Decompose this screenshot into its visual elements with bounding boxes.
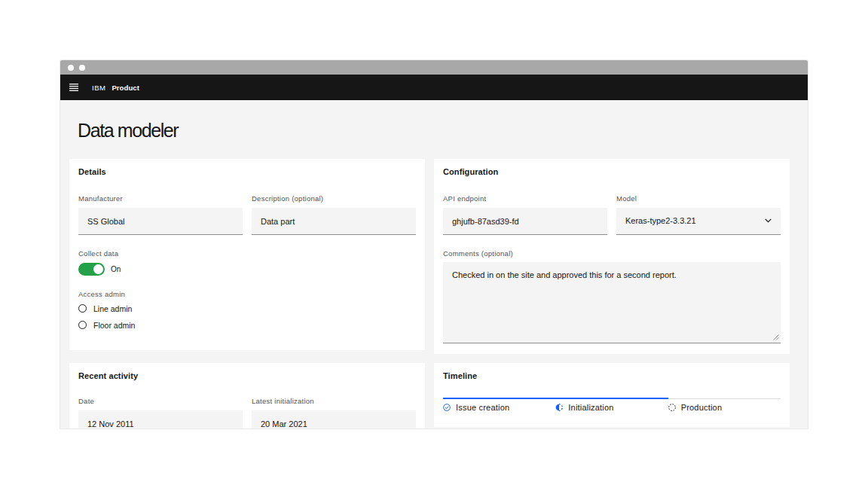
recent-activity-card: Recent activity Date 12 Nov 2011 Latest … xyxy=(69,363,425,429)
header-app-name[interactable]: IBMProduct xyxy=(92,84,139,92)
radio-label: Line admin xyxy=(93,304,132,313)
collect-data-label: Collect data xyxy=(78,250,416,258)
progress-step-label: Initialization xyxy=(568,403,613,412)
checkmark-outline-icon xyxy=(443,404,451,411)
api-endpoint-label: API endpoint xyxy=(443,195,607,203)
latest-initialization-field: Latest initialization 20 Mar 2021 xyxy=(252,398,416,429)
window-titlebar xyxy=(60,60,808,75)
cards-grid: Details Manufacturer SS Global Descripti… xyxy=(69,159,790,429)
details-card: Details Manufacturer SS Global Descripti… xyxy=(69,159,425,350)
configuration-card-title: Configuration xyxy=(443,168,781,176)
page-title: Data modeler xyxy=(78,121,790,140)
radio-option-floor-admin[interactable]: Floor admin xyxy=(78,317,416,334)
comments-label: Comments (optional) xyxy=(443,250,781,258)
progress-bar-segment xyxy=(443,398,555,399)
api-endpoint-input[interactable]: ghjufb-87asd39-fd xyxy=(443,208,607,235)
description-input[interactable]: Data part xyxy=(252,208,416,235)
window-control-dot-2[interactable] xyxy=(79,65,85,71)
radio-button-icon[interactable] xyxy=(78,321,87,329)
comments-textarea[interactable]: Checked in on the site and approved this… xyxy=(443,262,781,343)
resize-grip-icon[interactable] xyxy=(773,334,779,340)
progress-bar-segment xyxy=(668,398,781,399)
date-field: Date 12 Nov 2011 xyxy=(78,398,243,429)
progress-step-label: Production xyxy=(681,403,723,412)
latest-initialization-label: Latest initialization xyxy=(252,398,416,405)
recent-activity-card-title: Recent activity xyxy=(78,372,416,380)
toggle-knob xyxy=(93,264,103,274)
app-window: IBMProduct Data modeler Details Manufact… xyxy=(60,60,808,429)
manufacturer-field: Manufacturer SS Global xyxy=(78,195,243,235)
progress-step-label: Issue creation xyxy=(456,403,509,412)
comments-text: Checked in on the site and approved this… xyxy=(452,270,677,279)
header-product-name: Product xyxy=(112,84,139,92)
manufacturer-label: Manufacturer xyxy=(78,195,243,203)
window-control-dot-1[interactable] xyxy=(68,65,74,71)
radio-button-icon[interactable] xyxy=(78,304,87,313)
details-card-title: Details xyxy=(78,168,416,176)
timeline-card: Timeline Issue creation xyxy=(434,363,790,427)
collect-data-toggle[interactable] xyxy=(78,263,105,276)
model-dropdown-value: Keras-type2-3.3.21 xyxy=(625,207,696,235)
model-field: Model Keras-type2-3.3.21 xyxy=(616,195,781,235)
date-label: Date xyxy=(78,398,243,405)
model-dropdown[interactable]: Keras-type2-3.3.21 xyxy=(616,208,781,235)
description-field: Description (optional) Data part xyxy=(252,195,416,235)
toggle-state-label: On xyxy=(111,265,121,273)
circle-dash-icon xyxy=(668,404,676,411)
page-content: Data modeler Details Manufacturer SS Glo… xyxy=(60,121,808,429)
access-admin-label: Access admin xyxy=(78,291,416,298)
api-endpoint-field: API endpoint ghjufb-87asd39-fd xyxy=(443,195,607,235)
radio-option-line-admin[interactable]: Line admin xyxy=(78,300,416,317)
radio-label: Floor admin xyxy=(93,321,135,330)
chevron-down-icon xyxy=(765,218,772,223)
header-prefix: IBM xyxy=(92,84,105,92)
incomplete-icon xyxy=(555,404,563,411)
progress-step-issue-creation[interactable]: Issue creation xyxy=(443,398,555,412)
menu-icon[interactable] xyxy=(69,84,78,91)
date-input[interactable]: 12 Nov 2011 xyxy=(78,410,243,429)
description-label: Description (optional) xyxy=(252,195,416,203)
progress-bar-segment xyxy=(555,398,668,399)
manufacturer-input[interactable]: SS Global xyxy=(78,208,243,235)
model-label: Model xyxy=(616,195,781,203)
progress-step-production[interactable]: Production xyxy=(668,398,781,412)
latest-initialization-input[interactable]: 20 Mar 2021 xyxy=(252,410,416,429)
progress-step-initialization[interactable]: Initialization xyxy=(555,398,668,412)
configuration-card: Configuration API endpoint ghjufb-87asd3… xyxy=(434,159,790,354)
access-admin-radio-group: Line admin Floor admin xyxy=(78,300,416,334)
progress-indicator: Issue creation Initialization xyxy=(443,398,781,412)
timeline-card-title: Timeline xyxy=(443,372,781,380)
app-header: IBMProduct xyxy=(60,75,808,100)
